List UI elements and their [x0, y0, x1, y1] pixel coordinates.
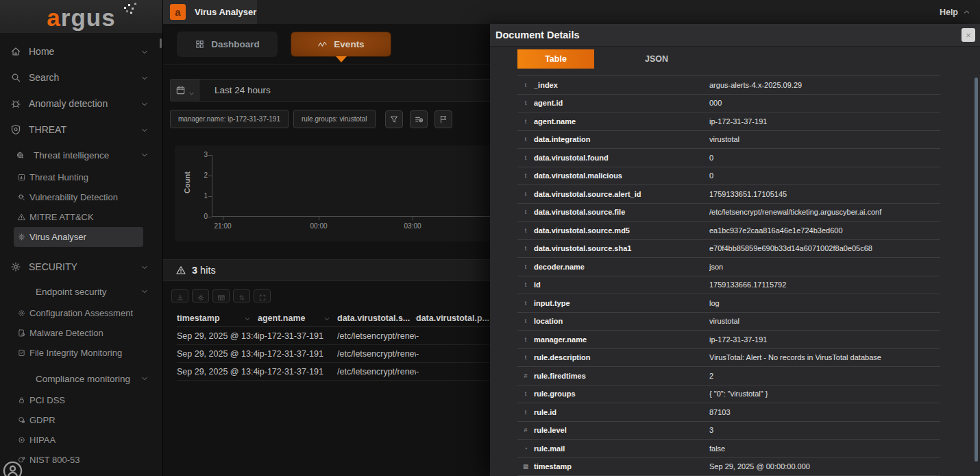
sidebar-item-label: Vulnerability Detection: [29, 192, 118, 202]
file-check-icon: [17, 348, 26, 357]
string-icon: t: [517, 409, 534, 416]
sidebar-item[interactable]: Endpoint security: [0, 280, 162, 303]
scrollbar-thumb[interactable]: [975, 78, 978, 462]
topbar-active-tab[interactable]: a Virus Analyser: [163, 0, 257, 24]
sidebar-item-label: Search: [29, 72, 59, 83]
chevron-up-icon: [963, 8, 970, 16]
chevron-down-icon[interactable]: [140, 263, 149, 271]
app-logo-icon[interactable]: a: [170, 4, 186, 20]
chevron-down-icon[interactable]: [140, 151, 149, 159]
calendar-icon: [175, 85, 186, 95]
sidebar-item[interactable]: HIPAA: [0, 430, 162, 450]
sidebar-item[interactable]: Configuration Assessment: [0, 303, 162, 323]
string-icon: t: [517, 136, 534, 143]
chevron-down-icon[interactable]: [140, 99, 149, 108]
sidebar-item[interactable]: Malware Detection: [0, 323, 162, 343]
logo-dots-decoration: [124, 7, 126, 9]
y-tick-mark: [208, 176, 212, 176]
logo-band: argus: [0, 0, 162, 33]
date-picker-button[interactable]: [171, 80, 199, 101]
field-name: data.virustotal.source.sha1: [534, 244, 709, 252]
user-avatar[interactable]: [2, 460, 23, 476]
table-toolbar-button[interactable]: [254, 289, 271, 302]
sidebar-item[interactable]: File Integrity Monitoring: [0, 343, 162, 363]
string-icon: t: [517, 191, 534, 198]
field-name: data.virustotal.source.md5: [534, 226, 709, 235]
sidebar-item[interactable]: Compliance monitoring: [0, 367, 162, 390]
table-toolbar-button[interactable]: [212, 289, 230, 302]
table-toolbar-button[interactable]: [171, 289, 188, 302]
chevron-down-icon[interactable]: [140, 287, 149, 296]
chevron-down-icon[interactable]: [140, 374, 149, 383]
column-header[interactable]: agent.name: [258, 309, 337, 326]
table-toolbar-button[interactable]: [192, 289, 209, 302]
field-name: manager.name: [534, 335, 709, 344]
sidebar-item-label: Configuration Assessment: [29, 308, 133, 318]
field-value: log: [709, 299, 940, 307]
sidebar-item[interactable]: SECURITY: [0, 254, 162, 280]
field-name: agent.id: [534, 99, 709, 107]
help-button[interactable]: Help: [940, 0, 970, 24]
time-range-value[interactable]: Last 24 hours: [215, 85, 271, 95]
chevron-down-icon[interactable]: [140, 47, 149, 56]
sidebar-item-label: Endpoint security: [36, 287, 107, 297]
column-header[interactable]: timestamp: [177, 309, 258, 326]
sidebar-item[interactable]: Threat Hunting: [0, 167, 162, 187]
sidebar-item[interactable]: Vulnerability Detection: [0, 187, 162, 207]
field-name: data.virustotal.found: [534, 154, 709, 162]
table-toolbar-button[interactable]: [233, 289, 250, 302]
filter-action-button[interactable]: [410, 110, 428, 128]
field-row: t rule.description VirusTotal: Alert - N…: [517, 349, 940, 368]
column-header[interactable]: data.virustotal.p...: [416, 309, 493, 326]
view-tab-button[interactable]: Events: [291, 32, 391, 57]
field-value: { "0": "virustotal" }: [709, 390, 940, 398]
sidebar-item-label: HIPAA: [29, 435, 56, 445]
sidebar-item[interactable]: Threat intelligence: [0, 143, 162, 167]
y-tick: 0: [190, 213, 208, 220]
close-icon[interactable]: ×: [961, 28, 975, 42]
sidebar-item[interactable]: GDPR: [0, 410, 162, 430]
download-icon: [176, 292, 184, 300]
chevron-down-icon[interactable]: [244, 315, 251, 322]
filter-action-button[interactable]: [385, 110, 403, 128]
chevron-down-icon[interactable]: [140, 73, 149, 82]
flyout-title: Document Details: [495, 29, 579, 40]
field-value: 0: [709, 171, 940, 180]
field-row: t data.virustotal.source.md5 ea1bc937e2c…: [517, 222, 940, 240]
field-value: json: [709, 263, 940, 271]
column-header[interactable]: data.virustotal.s...: [337, 309, 416, 326]
sidebar-item-label: NIST 800-53: [29, 455, 79, 465]
field-name: data.virustotal.malicious: [534, 171, 709, 180]
sidebar-item[interactable]: MITRE ATT&CK: [0, 207, 162, 227]
sidebar-item-label: Home: [29, 46, 54, 57]
view-tab-button[interactable]: Dashboard: [177, 32, 278, 57]
filter-chip[interactable]: rule.groups: virustotal: [293, 110, 376, 128]
sidebar-item[interactable]: THREAT: [0, 117, 162, 143]
sidebar-item[interactable]: Virus Analyser: [14, 227, 143, 247]
sidebar-item[interactable]: Home: [0, 38, 162, 64]
sidebar-item[interactable]: NIST 800-53: [0, 450, 162, 470]
chevron-down-icon[interactable]: [140, 126, 149, 134]
sidebar-item[interactable]: Anomaly detection: [0, 91, 162, 117]
flyout-scrollbar[interactable]: [975, 78, 978, 471]
lock-icon: [17, 396, 26, 405]
sidebar-item[interactable]: Search: [0, 64, 162, 91]
sidebar-item-label: Virus Analyser: [29, 232, 86, 242]
filter-action-button[interactable]: [434, 110, 452, 128]
sidebar-item-label: PCI DSS: [29, 395, 65, 405]
boolean-icon: ◔: [517, 445, 534, 452]
flyout-tab[interactable]: Table: [517, 49, 594, 69]
y-tick-mark: [208, 217, 212, 217]
flyout-tab[interactable]: JSON: [618, 49, 695, 69]
chevron-down-icon[interactable]: [323, 315, 330, 322]
sidebar-item-label: GDPR: [29, 415, 56, 425]
warning-icon: [175, 265, 186, 276]
cell-timestamp: Sep 29, 2025 @ 13:44:2: [177, 349, 258, 359]
field-value: ea1bc937e2caa816a46e1e724b3ed600: [709, 226, 940, 235]
sidebar-item[interactable]: PCI DSS: [0, 390, 162, 410]
field-name: data.virustotal.source.alert_id: [534, 190, 709, 198]
filter-chip[interactable]: manager.name: ip-172-31-37-191: [170, 110, 289, 128]
field-row: # rule.level 3: [517, 422, 940, 440]
field-value: 0: [709, 154, 940, 162]
field-value: e70f4bb85859e690b33d14a6071002f8a0e05c68: [709, 244, 940, 252]
